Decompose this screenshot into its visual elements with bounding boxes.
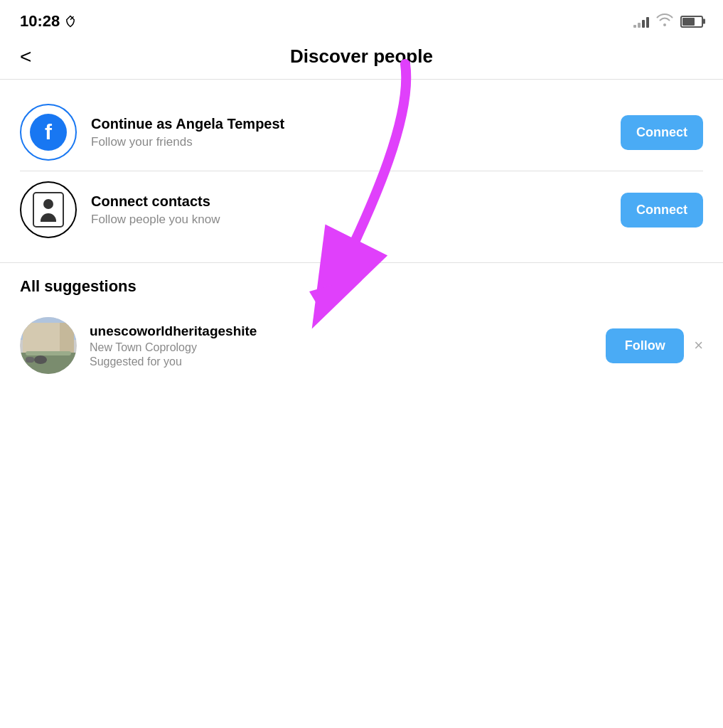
status-icons [633,14,703,30]
contacts-connect-text: Connect contacts Follow people you know [91,193,606,227]
wifi-icon [656,14,673,30]
facebook-connect-title: Continue as Angela Tempest [91,116,606,132]
status-time: 10:28 [20,12,77,31]
time-display: 10:28 [20,12,60,31]
suggestion-item: unescoworldheritageshite New Town Coprol… [20,310,703,381]
contacts-connect-button[interactable]: Connect [621,193,703,228]
dismiss-button[interactable]: × [694,338,703,353]
contacts-icon [33,192,64,228]
suggestion-actions: Follow × [606,328,703,363]
suggestions-section: All suggestions unescoworldheritageshite… [0,263,723,381]
suggestion-username: unescoworldheritageshite [90,323,593,339]
connect-section: f Continue as Angela Tempest Follow your… [0,80,723,262]
follow-button[interactable]: Follow [606,328,684,363]
facebook-icon: f [30,114,67,151]
contacts-connect-subtitle: Follow people you know [91,213,606,227]
battery-icon [680,16,703,28]
suggestion-meta: Suggested for you [90,355,593,368]
facebook-connect-text: Continue as Angela Tempest Follow your f… [91,116,606,149]
contacts-connect-item: Connect contacts Follow people you know … [20,171,703,248]
status-bar: 10:28 [0,0,723,38]
facebook-avatar: f [20,104,77,161]
signal-icon [633,15,649,28]
suggestions-title: All suggestions [20,277,703,296]
suggestion-text: unescoworldheritageshite New Town Coprol… [90,323,593,368]
header: < Discover people [0,38,723,79]
suggestion-avatar [20,317,77,374]
facebook-connect-item: f Continue as Angela Tempest Follow your… [20,94,703,171]
page-title: Discover people [290,46,433,68]
location-icon [64,15,77,28]
facebook-connect-subtitle: Follow your friends [91,135,606,149]
facebook-connect-button[interactable]: Connect [621,115,703,150]
contacts-avatar [20,181,77,238]
back-button[interactable]: < [20,46,31,68]
contacts-connect-title: Connect contacts [91,193,606,210]
suggestion-subtitle: New Town Coprology [90,341,593,354]
